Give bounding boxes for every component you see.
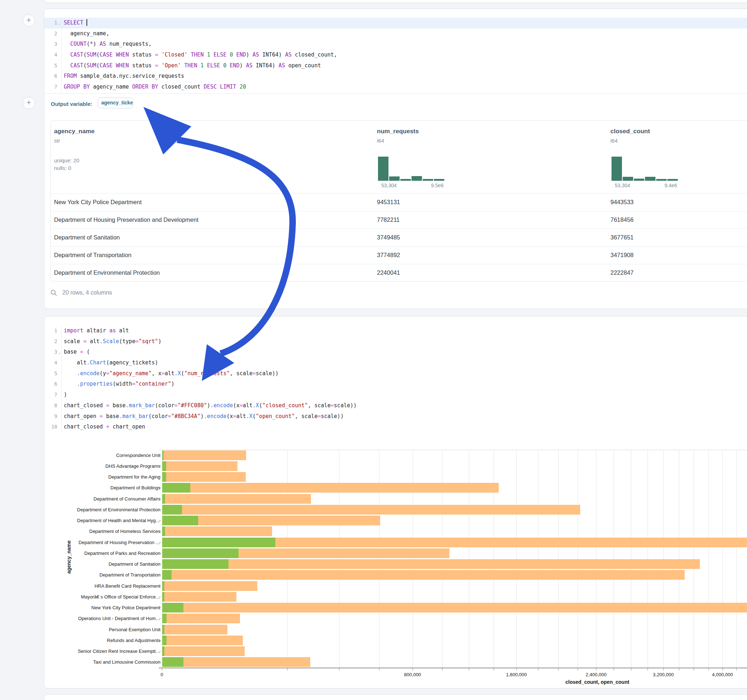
column-header-closed_count[interactable]: closed_counti64 [611, 128, 650, 144]
table-row[interactable]: New York City Police Department945313194… [51, 193, 747, 211]
y-axis-tick [159, 651, 161, 652]
line-number: 5 [44, 60, 57, 71]
code-text: .properties(width="container") [64, 379, 174, 389]
x-axis-tick-label: 1,600,000 [506, 672, 527, 677]
column-histogram [378, 157, 446, 181]
bar-closed-19 [162, 657, 310, 667]
x-axis-tick [379, 668, 380, 670]
y-axis-title: agency_name [66, 540, 72, 574]
sql-editor-line[interactable]: 2 agency_name, [44, 29, 747, 39]
line-number: 1 [44, 18, 57, 29]
python-editor-line[interactable]: 3⌄base = ( [44, 347, 747, 358]
bar-open-15 [162, 614, 166, 623]
table-row[interactable]: Department of Transportation377489234719… [51, 246, 747, 264]
bar-open-5 [162, 505, 182, 514]
line-number: 8 [44, 400, 57, 411]
gridline [339, 450, 339, 668]
column-header-agency_name[interactable]: agency_namestrunique: 20nulls: 0 [54, 128, 94, 171]
python-editor-line[interactable]: 10chart_closed + chart_open [44, 422, 747, 433]
y-axis-tick [159, 542, 161, 543]
sql-editor-line[interactable]: 1⌄SELECT [44, 18, 747, 29]
python-editor-line[interactable]: 9chart_open = base.mark_bar(color="#8BC3… [44, 411, 747, 422]
add-cell-button-top[interactable]: + [23, 14, 35, 27]
y-axis-label: Taxi and Limousine Commission [44, 659, 160, 665]
sql-editor-line[interactable]: 6FROM sample_data.nyc.service_requests [44, 71, 747, 82]
gridline [723, 450, 723, 668]
python-editor-line[interactable]: 2scale = alt.Scale(type="sqrt") [44, 336, 747, 347]
search-icon[interactable] [50, 290, 57, 296]
code-text: scale = alt.Scale(type="sqrt") [64, 336, 162, 347]
python-editor-line[interactable]: 5 .encode(y="agency_name", x=alt.X("num_… [44, 368, 747, 379]
y-axis-label: Department of Sanitation [44, 561, 160, 567]
gridline [558, 450, 558, 668]
histogram-bar [411, 176, 422, 181]
x-axis-tick [578, 668, 578, 670]
line-number: 3 [44, 39, 57, 50]
active-line-highlight [44, 18, 747, 29]
table-row-count: 20 rows, 4 columns [62, 290, 112, 296]
gridline [596, 450, 596, 668]
column-header-num_requests[interactable]: num_requestsi64 [377, 128, 419, 144]
table-row[interactable]: Department of Housing Preservation and D… [51, 211, 747, 229]
table-cell: 9453131 [377, 199, 400, 206]
gridline [614, 450, 614, 668]
gridline [736, 450, 736, 668]
output-variable-pill[interactable]: agency_tickets [98, 98, 133, 109]
gridline [516, 450, 517, 668]
sql-editor-line[interactable]: 4 CAST(SUM(CASE WHEN status = 'Closed' T… [44, 50, 747, 60]
y-axis-tick [159, 531, 161, 531]
fold-chevron-icon[interactable]: ⌄ [58, 347, 60, 358]
table-cell: Department of Environmental Protection [54, 269, 160, 276]
gridline [679, 450, 679, 668]
y-axis-label: Mayorâ€ s Office of Special Enforce… [44, 594, 160, 599]
notebook-page: { "colors": { "arrow": "#2b55d2", "hist"… [0, 0, 747, 700]
table-footer: 20 rows, 4 columns [50, 287, 112, 299]
python-editor-line[interactable]: 8chart_closed = base.mark_bar(color="#FF… [44, 400, 747, 411]
column-name: num_requests [377, 128, 419, 135]
table-row[interactable]: Department of Sanitation37494853677651 [51, 229, 747, 246]
gridline [631, 450, 631, 668]
python-editor-line[interactable]: 7) [44, 389, 747, 400]
line-number: 6 [44, 71, 57, 82]
y-axis-tick [159, 455, 161, 456]
code-text: GROUP BY agency_name ORDER BY closed_cou… [64, 82, 246, 92]
x-axis-tick [723, 668, 723, 670]
x-axis-tick [287, 668, 287, 670]
y-axis-tick [159, 618, 161, 619]
y-axis-tick [159, 640, 161, 641]
gridline [413, 450, 413, 668]
add-cell-button-output[interactable]: + [23, 97, 35, 109]
sql-editor[interactable]: 1⌄SELECT 2 agency_name,3 COUNT(*) AS num… [44, 18, 747, 92]
python-editor-line[interactable]: 6 .properties(width="container") [44, 379, 747, 389]
python-editor-line[interactable]: 4 alt.Chart(agency_tickets) [44, 358, 747, 368]
table-cell: 3471908 [611, 252, 634, 258]
fold-chevron-icon[interactable]: ⌄ [58, 18, 60, 29]
histogram-bar [645, 177, 655, 181]
column-histogram [611, 157, 680, 181]
sql-editor-line[interactable]: 7GROUP BY agency_name ORDER BY closed_co… [44, 82, 747, 92]
sql-editor-line[interactable]: 3 COUNT(*) AS num_requests, [44, 39, 747, 50]
y-axis-tick [159, 629, 161, 630]
table-row[interactable]: Department of Environmental Protection22… [51, 264, 747, 282]
column-name: agency_name [54, 128, 94, 135]
x-axis-tick-label: 3,200,000 [653, 672, 674, 677]
code-text: FROM sample_data.nyc.service_requests [64, 71, 184, 82]
x-axis-tick [694, 668, 694, 670]
bar-open-18 [162, 646, 164, 656]
gridline [494, 450, 494, 668]
y-axis-label: Personal Exemption Unit [44, 627, 160, 632]
line-number: 4 [44, 358, 57, 368]
bar-closed-15 [162, 614, 240, 623]
python-editor-line[interactable]: 1import altair as alt [44, 326, 747, 336]
y-axis-label: Department of Transportation [44, 572, 160, 578]
table-cell: 7782211 [377, 216, 400, 223]
python-editor[interactable]: 1import altair as alt2scale = alt.Scale(… [44, 326, 747, 433]
table-cell: 3774892 [377, 252, 400, 258]
y-axis-tick [159, 586, 161, 586]
bar-closed-3 [162, 483, 499, 493]
gridline [379, 450, 380, 668]
sql-editor-line[interactable]: 5 CAST(SUM(CASE WHEN status = 'Open' THE… [44, 60, 747, 71]
y-axis-label: Correspondence Unit [44, 453, 160, 458]
y-axis-tick [159, 662, 161, 662]
output-variable-row: Output variable: agency_tickets [44, 93, 747, 116]
